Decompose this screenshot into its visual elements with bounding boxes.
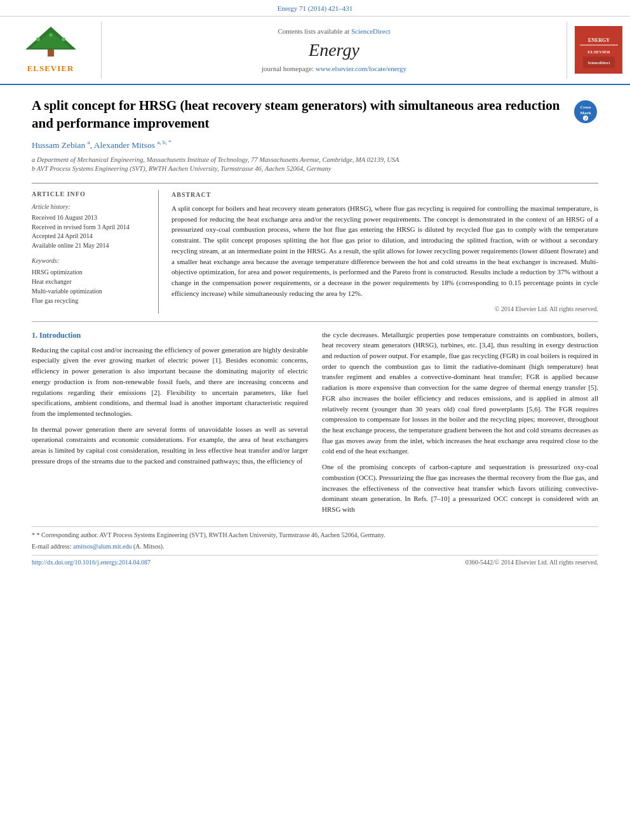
article-body: ARTICLE INFO Article history: Received 1…: [32, 183, 598, 313]
keywords-section: Keywords: HRSG optimization Heat exchang…: [32, 257, 149, 305]
email-label: E-mail address:: [32, 543, 71, 550]
email-suffix: (A. Mitsos).: [133, 543, 164, 550]
intro-para-1: Reducing the capital cost and/or increas…: [32, 345, 308, 419]
right-para-2: One of the promising concepts of carbon-…: [322, 462, 598, 515]
right-para-1: the cycle decreases. Metallurgic propert…: [322, 330, 598, 457]
sciencedirect-label: Contents lists available at ScienceDirec…: [278, 27, 390, 36]
corresponding-text: * Corresponding author. AVT Process Syst…: [37, 531, 385, 538]
abstract-copyright: © 2014 Elsevier Ltd. All rights reserved…: [171, 304, 598, 314]
abstract-text: A split concept for boilers and heat rec…: [171, 203, 598, 298]
introduction-heading: 1. Introduction: [32, 330, 308, 341]
received-date: Received 16 August 2013: [32, 213, 149, 223]
journal-reference: Energy 71 (2014) 421–431: [278, 4, 353, 12]
crossmark-icon: Cross Mark ✓: [573, 99, 598, 124]
sciencedirect-link[interactable]: ScienceDirect: [351, 27, 391, 35]
article-info-column: ARTICLE INFO Article history: Received 1…: [32, 190, 159, 313]
journal-right-logo: ENERGY ELSEVIER ScienceDirect: [566, 22, 630, 78]
article-history: Article history: Received 16 August 2013…: [32, 203, 149, 250]
keyword-3: Multi-variable optimization: [32, 286, 149, 296]
keyword-2: Heat exchanger: [32, 277, 149, 286]
journal-center-info: Contents lists available at ScienceDirec…: [102, 22, 566, 78]
left-column: 1. Introduction Reducing the capital cos…: [32, 330, 308, 520]
energy-journal-logo-icon: ENERGY ELSEVIER ScienceDirect: [577, 28, 621, 72]
svg-text:Cross: Cross: [580, 105, 591, 110]
svg-text:ELSEVIER: ELSEVIER: [587, 50, 610, 55]
abstract-title: ABSTRACT: [171, 190, 598, 199]
bottom-bar: http://dx.doi.org/10.1016/j.energy.2014.…: [32, 555, 598, 567]
author-hussam: Hussam Zebian: [32, 140, 85, 150]
footnote-corresponding: * * Corresponding author. AVT Process Sy…: [32, 531, 598, 540]
intro-para-2: In thermal power generation there are se…: [32, 424, 308, 467]
keywords-label: Keywords:: [32, 257, 149, 265]
author-hussam-affil: a: [88, 139, 90, 145]
history-label: Article history:: [32, 203, 149, 211]
article-info-title: ARTICLE INFO: [32, 190, 149, 199]
main-content: A split concept for HRSG (heat recovery …: [0, 85, 630, 573]
accepted-date: Accepted 24 April 2014: [32, 232, 149, 241]
right-column: the cycle decreases. Metallurgic propert…: [322, 330, 598, 520]
affiliation-a: a Department of Mechanical Engineering, …: [32, 156, 598, 165]
article-title-section: A split concept for HRSG (heat recovery …: [32, 97, 598, 133]
svg-point-5: [49, 34, 52, 37]
doi-link-container: http://dx.doi.org/10.1016/j.energy.2014.…: [32, 558, 151, 567]
energy-logo-box: ENERGY ELSEVIER ScienceDirect: [575, 26, 622, 74]
email-link[interactable]: amitsos@alum.mit.edu: [73, 543, 132, 550]
svg-text:ScienceDirect: ScienceDirect: [587, 61, 610, 65]
received-revised-date: Received in revised form 3 April 2014: [32, 223, 149, 232]
journal-header: ELSEVIER Contents lists available at Sci…: [0, 17, 630, 84]
author-mitsos-affil: a, b, *: [157, 139, 171, 145]
footnote-star: *: [32, 531, 37, 538]
doi-link[interactable]: http://dx.doi.org/10.1016/j.energy.2014.…: [32, 559, 151, 566]
crossmark-logo-icon: Cross Mark ✓: [573, 99, 598, 124]
footnote-area: * * Corresponding author. AVT Process Sy…: [32, 526, 598, 551]
journal-name: Energy: [309, 37, 359, 62]
keyword-1: HRSG optimization: [32, 267, 149, 277]
article-columns: 1. Introduction Reducing the capital cos…: [32, 330, 598, 520]
homepage-link[interactable]: www.elsevier.com/locate/energy: [316, 65, 406, 72]
author-mitsos: Alexander Mitsos: [94, 140, 155, 150]
elsevier-brand: ELSEVIER: [27, 63, 74, 74]
affiliation-b: b AVT Process Systems Engineering (SVT),…: [32, 164, 598, 174]
svg-text:✓: ✓: [584, 117, 587, 121]
svg-text:Mark: Mark: [580, 110, 591, 116]
keyword-4: Flue gas recycling: [32, 296, 149, 305]
elsevier-tree-icon: [13, 25, 89, 60]
journal-homepage: journal homepage: www.elsevier.com/locat…: [262, 64, 406, 74]
bottom-copyright: 0360-5442/© 2014 Elsevier Ltd. All right…: [466, 558, 598, 567]
footnote-email: E-mail address: amitsos@alum.mit.edu (A.…: [32, 542, 598, 551]
section-divider-1: [32, 321, 598, 322]
abstract-column: ABSTRACT A split concept for boilers and…: [171, 190, 598, 313]
elsevier-logo-section: ELSEVIER: [0, 22, 102, 78]
article-title-text: A split concept for HRSG (heat recovery …: [32, 97, 566, 133]
svg-point-4: [62, 37, 65, 41]
svg-point-3: [36, 37, 40, 41]
affiliations: a Department of Mechanical Engineering, …: [32, 156, 598, 174]
svg-text:ENERGY: ENERGY: [587, 37, 609, 43]
top-reference-bar: Energy 71 (2014) 421–431: [0, 0, 630, 17]
available-online-date: Available online 21 May 2014: [32, 241, 149, 251]
authors: Hussam Zebian a, Alexander Mitsos a, b, …: [32, 138, 598, 151]
